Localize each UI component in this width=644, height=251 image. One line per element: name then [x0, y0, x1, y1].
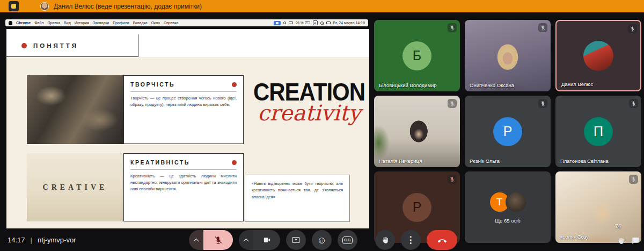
divider [130, 91, 237, 92]
participant-tile-danyl-active[interactable]: Данил Велюс [555, 20, 641, 91]
more-participants-tile[interactable]: Т Ще 65 осіб [465, 171, 551, 243]
participant-tile-platonova[interactable]: П Платонова Світлана [555, 96, 641, 167]
mic-off-icon [214, 235, 223, 245]
menu-edit[interactable]: Правка [47, 21, 60, 25]
meeting-code: ntj-ymvp-vor [38, 236, 76, 244]
divider [130, 169, 237, 170]
avatar: Р [493, 117, 522, 146]
photo-art-supplies [27, 75, 123, 144]
clock: 14:17 [8, 236, 25, 244]
slide-header-title: ПОНЯТТЯ [33, 42, 78, 49]
card-body-text: Творчість — це процес створення чогось н… [130, 95, 237, 108]
participant-name: Біловицький Володимир [379, 82, 437, 88]
mic-options-button[interactable] [189, 230, 203, 250]
presenter-banner-text: Данил Велюс (веде презентацію, додає при… [54, 3, 202, 10]
bottom-right-icons [617, 236, 640, 245]
battery-icon [305, 21, 310, 24]
slide-header-box: ПОНЯТТЯ [6, 34, 138, 57]
card-title: КРЕАТИВНІСТЬ [130, 159, 190, 166]
participant-name: Платонова Світлана [560, 158, 609, 164]
avatar: П [584, 117, 613, 146]
mic-off-icon [629, 175, 638, 184]
chevron-up-icon [244, 239, 249, 244]
participant-tile-bilovytskyi[interactable]: Б Біловицький Володимир [374, 20, 460, 91]
end-call-icon [437, 235, 448, 246]
presenter-avatar [40, 2, 49, 11]
mic-mute-button[interactable] [203, 230, 233, 250]
menu-profiles[interactable]: Профили [113, 21, 129, 25]
mic-off-icon [448, 175, 457, 184]
app-icon[interactable] [9, 1, 19, 11]
menu-help[interactable]: Справка [164, 21, 178, 25]
captions-button[interactable]: CC [338, 230, 357, 250]
participant-name: Наталія Печериця [379, 158, 422, 164]
mic-control [189, 230, 233, 250]
call-controls: ☺ CC ⋮ [189, 230, 457, 250]
battery-status[interactable]: 26 % [296, 21, 310, 25]
camera-control [239, 230, 280, 250]
record-status-icon[interactable] [283, 21, 286, 24]
slide-body: ТВОРЧІСТЬ Творчість — це процес створенн… [6, 57, 369, 228]
apple-icon[interactable] [9, 21, 12, 25]
mic-off-icon [448, 99, 457, 108]
red-dot-icon [232, 160, 237, 165]
slide-quote-box: «Навіть відтворення може бути творчістю,… [245, 175, 350, 222]
menu-tab[interactable]: Вкладка [133, 21, 148, 25]
card-title: ТВОРЧІСТЬ [130, 81, 175, 88]
avatar: Р [402, 193, 431, 222]
participant-name: Рєзнік Ольга [470, 158, 500, 164]
photo-word: CREATIVE [43, 183, 108, 192]
avatar [506, 191, 527, 213]
battery-percent: 26 % [296, 21, 304, 25]
hand-reaction-icon[interactable] [617, 237, 625, 245]
mic-off-icon [448, 23, 457, 32]
reactions-button[interactable]: ☺ [312, 230, 332, 250]
presenting-banner: Данил Велюс (веде презентацію, додає при… [0, 0, 644, 12]
menu-history[interactable]: История [75, 21, 89, 25]
menu-file[interactable]: Файл [34, 21, 43, 25]
camera-options-button[interactable] [239, 230, 253, 250]
slide-big-title-creativity: creativity [247, 102, 371, 124]
screen-share-indicator-icon[interactable] [274, 21, 281, 25]
captions-icon: CC [342, 236, 353, 244]
mic-off-icon [538, 23, 547, 32]
red-dot-icon [21, 43, 27, 48]
camera-toggle-button[interactable] [253, 230, 280, 250]
google-meet-window: Данил Велюс (веде презентацію, додає при… [0, 0, 644, 251]
red-dot-icon [232, 82, 237, 87]
chevron-up-icon [194, 239, 199, 244]
search-icon[interactable] [320, 21, 324, 25]
participant-tile-onypchenko[interactable]: Онипченко Оксана [465, 20, 551, 91]
keyboard-layout-icon[interactable]: А [313, 20, 318, 25]
camera-icon [262, 235, 272, 245]
menu-bookmarks[interactable]: Закладки [93, 21, 109, 25]
menu-window[interactable]: Окно [151, 21, 160, 25]
more-options-button[interactable]: ⋮ [401, 230, 421, 250]
display-icon[interactable] [289, 21, 293, 25]
definition-card-kreatyvnist: КРЕАТИВНІСТЬ Креативність — це здатність… [123, 153, 244, 221]
present-screen-button[interactable] [286, 230, 306, 250]
participant-tile-rieznik[interactable]: Р Рєзнік Ольга [465, 96, 551, 167]
chat-icon[interactable] [631, 236, 640, 245]
shared-screen-area: Chrome Файл Правка Вид История Закладки … [0, 12, 371, 251]
control-center-icon[interactable] [326, 21, 331, 25]
more-options-icon: ⋮ [406, 234, 416, 246]
card-body-text: Креативність — це здатність людини мисли… [130, 173, 237, 192]
reaction-count-badge: 74 [615, 224, 621, 230]
menubar-app-name[interactable]: Chrome [16, 20, 31, 25]
meeting-info: 14:17 | ntj-ymvp-vor [8, 236, 76, 244]
avatar [583, 41, 613, 71]
presentation-slide: ПОНЯТТЯ ТВОРЧІСТЬ Творчість — це процес … [6, 29, 369, 228]
menu-view[interactable]: Вид [64, 21, 71, 25]
raise-hand-button[interactable] [375, 230, 395, 250]
avatar: Б [402, 41, 431, 70]
menubar-clock[interactable]: Вт, 24 марта 14:19 [333, 21, 365, 25]
present-icon [291, 235, 301, 245]
photo-creative-tiles: CREATIVE [27, 153, 123, 221]
participant-name: Онипченко Оксана [470, 82, 514, 88]
end-call-button[interactable] [427, 230, 457, 250]
macos-menubar: Chrome Файл Правка Вид История Закладки … [5, 19, 368, 26]
more-participants-label: Ще 65 осіб [495, 218, 521, 224]
participant-tile-zozu[interactable]: 74 ксолян Зозу [555, 171, 641, 243]
participant-tile-pecherytsia[interactable]: Наталія Печериця [374, 96, 460, 167]
